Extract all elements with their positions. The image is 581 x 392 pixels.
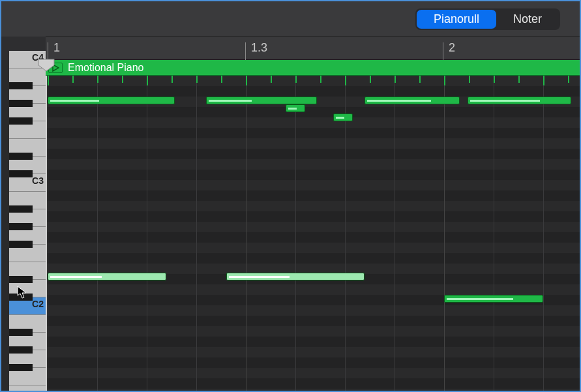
grid-row (46, 170, 580, 180)
midi-note[interactable] (48, 97, 175, 104)
piano-black-key[interactable] (9, 170, 33, 177)
toolbar: Pianorull Noter (1, 1, 580, 37)
midi-note[interactable] (286, 104, 305, 112)
grid-row (46, 222, 580, 232)
midi-note[interactable] (206, 97, 317, 104)
grid-row (46, 138, 580, 149)
piano-black-key[interactable] (9, 364, 33, 371)
grid-col (48, 60, 48, 391)
timeline-ruler[interactable]: 1 1.3 2 (46, 37, 580, 60)
region-header[interactable]: Emotional Piano (46, 60, 580, 76)
region-ticks (46, 76, 580, 85)
piano-black-key[interactable] (9, 117, 33, 125)
piano-roll-grid[interactable] (46, 60, 580, 391)
grid-col (345, 60, 346, 391)
grid-row (46, 149, 580, 159)
grid-col (196, 60, 197, 391)
tab-pianorull[interactable]: Pianorull (417, 10, 496, 29)
midi-note[interactable] (444, 295, 543, 303)
grid-row (46, 243, 580, 253)
key-label: C3 (32, 175, 44, 186)
piano-black-key[interactable] (9, 329, 33, 336)
grid-col (444, 60, 445, 391)
grid-col (246, 60, 246, 391)
tab-noter[interactable]: Noter (496, 10, 559, 29)
midi-note[interactable] (333, 113, 353, 121)
grid-row (46, 117, 580, 128)
midi-note[interactable] (468, 97, 571, 104)
grid-row (46, 368, 580, 378)
grid-row (46, 284, 580, 295)
ruler-mark: 2 (449, 41, 455, 55)
midi-note[interactable] (226, 273, 365, 280)
grid-row (46, 316, 580, 326)
region-title: Emotional Piano (68, 62, 144, 74)
grid-col (147, 60, 147, 391)
view-tabs: Pianorull Noter (415, 8, 560, 30)
piano-black-key[interactable] (9, 346, 33, 354)
ruler-mark: 1.3 (251, 41, 267, 55)
grid-row (46, 326, 580, 337)
grid-row (46, 378, 580, 389)
grid-row (46, 253, 580, 264)
midi-note[interactable] (365, 97, 460, 104)
grid-row (46, 180, 580, 190)
grid-row (46, 201, 580, 211)
piano-key-E1[interactable] (9, 385, 46, 392)
grid-row (46, 128, 580, 138)
grid-row (46, 347, 580, 357)
piano-black-key[interactable] (9, 241, 33, 248)
midi-note[interactable] (48, 273, 166, 280)
grid-row (46, 337, 580, 347)
piano-black-key[interactable] (9, 153, 33, 160)
piano-black-key[interactable] (9, 205, 33, 213)
grid-col (395, 60, 395, 391)
grid-col (97, 60, 98, 391)
piano-black-key[interactable] (9, 276, 33, 283)
grid-row (46, 107, 580, 117)
grid-row (46, 232, 580, 243)
ruler-mark: 1 (53, 41, 60, 55)
grid-row (46, 389, 580, 392)
grid-col (543, 60, 544, 391)
grid-row (46, 190, 580, 201)
grid-row (46, 159, 580, 170)
grid-col (494, 60, 494, 391)
playhead-line (46, 60, 47, 391)
grid-row (46, 86, 580, 97)
grid-row (46, 357, 580, 368)
piano-black-key[interactable] (9, 82, 33, 89)
grid-row (46, 305, 580, 316)
piano-black-key[interactable] (9, 100, 33, 107)
piano-keyboard[interactable]: C4C3C2C1C0 (1, 60, 46, 391)
playhead-handle[interactable] (38, 59, 55, 72)
cursor-arrow-icon (17, 286, 29, 299)
grid-row (46, 211, 580, 222)
key-label: C2 (32, 299, 44, 309)
piano-black-key[interactable] (9, 223, 33, 230)
